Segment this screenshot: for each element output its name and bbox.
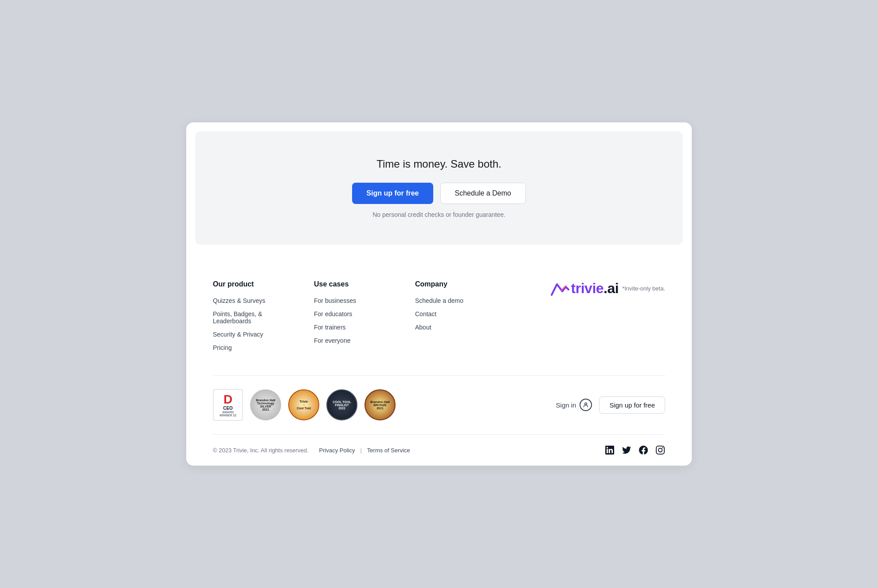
privacy-policy-link[interactable]: Privacy Policy (319, 447, 355, 454)
demo-button[interactable]: Schedule a Demo (440, 183, 526, 204)
instagram-icon[interactable] (655, 445, 665, 455)
twitter-icon[interactable] (622, 445, 631, 455)
logo-text: trivie.ai (571, 280, 619, 297)
footer-link-businesses[interactable]: For businesses (314, 297, 388, 304)
linkedin-icon[interactable] (605, 445, 615, 455)
footer-heading-company: Company (415, 280, 490, 288)
award-bronze: Brandon HallBRONZE2021 (365, 389, 396, 420)
footer-col-company: Company Schedule a demo Contact About (415, 280, 490, 357)
cta-title: Time is money. Save both. (376, 158, 501, 170)
award-black: COOL TOOLFINALIST2022 (326, 389, 357, 420)
footer-link-security[interactable]: Security & Privacy (213, 331, 287, 338)
legal-links: Privacy Policy | Terms of Service (319, 447, 410, 454)
footer-heading-usecases: Use cases (314, 280, 388, 288)
cta-section: Time is money. Save both. Sign up for fr… (195, 131, 683, 245)
awards-section: D CEO AWARDWINNER 22 Brandon HallTechnol… (186, 376, 692, 434)
footer-col-product: Our product Quizzes & Surveys Points, Ba… (213, 280, 287, 357)
footer-col-usecases: Use cases For businesses For educators F… (314, 280, 388, 357)
bottom-bar: © 2023 Trivie, Inc. All rights reserved.… (186, 435, 692, 466)
signup-button[interactable]: Sign up for free (352, 183, 433, 204)
terms-of-service-link[interactable]: Terms of Service (367, 447, 410, 454)
footer-link-about[interactable]: About (415, 324, 490, 331)
footer-top: Our product Quizzes & Surveys Points, Ba… (186, 254, 692, 375)
trivie-logo-icon (550, 281, 569, 297)
footer-link-schedule-demo[interactable]: Schedule a demo (415, 297, 490, 304)
award-dceo: D CEO AWARDWINNER 22 (213, 389, 243, 421)
footer-link-trainers[interactable]: For trainers (314, 324, 388, 331)
awards-row: D CEO AWARDWINNER 22 Brandon HallTechnol… (213, 389, 396, 421)
svg-point-0 (585, 403, 587, 405)
footer-link-quizzes[interactable]: Quizzes & Surveys (213, 297, 287, 304)
cta-buttons: Sign up for free Schedule a Demo (352, 183, 525, 204)
copyright-text: © 2023 Trivie, Inc. All rights reserved. (213, 447, 309, 454)
footer-heading-product: Our product (213, 280, 287, 288)
footer-link-badges[interactable]: Points, Badges, & Leaderboards (213, 310, 287, 325)
facebook-icon[interactable] (639, 445, 648, 455)
user-icon (580, 399, 592, 411)
legal-separator: | (360, 447, 361, 454)
brand-logo[interactable]: trivie.ai *Invite-only beta. (550, 280, 665, 297)
sign-in-button[interactable]: Sign in (556, 399, 592, 411)
footer-link-educators[interactable]: For educators (314, 310, 388, 318)
footer-link-pricing[interactable]: Pricing (213, 344, 287, 351)
footer-col-logo: trivie.ai *Invite-only beta. (516, 280, 665, 357)
footer-link-contact[interactable]: Contact (415, 310, 490, 318)
auth-buttons: Sign in Sign up for free (556, 396, 665, 414)
award-gold: Trivie⭐Cool Tool (288, 389, 319, 420)
social-icons (605, 445, 665, 455)
cta-note: No personal credit checks or founder gua… (372, 211, 506, 218)
sign-up-footer-button[interactable]: Sign up for free (599, 396, 665, 414)
invite-badge: *Invite-only beta. (622, 285, 665, 292)
bottom-left: © 2023 Trivie, Inc. All rights reserved.… (213, 447, 410, 454)
award-silver: Brandon HallTechnologySILVER2021 (250, 389, 281, 420)
footer-link-everyone[interactable]: For everyone (314, 337, 388, 344)
sign-in-label: Sign in (556, 401, 576, 409)
